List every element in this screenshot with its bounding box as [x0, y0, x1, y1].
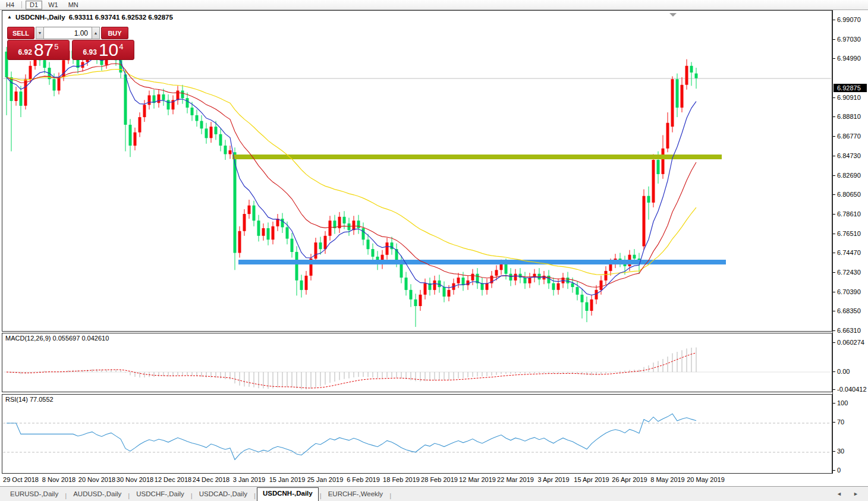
timeframe-toolbar: H4D1W1MN — [0, 0, 868, 10]
toolbar-separator — [21, 1, 22, 8]
date-axis-label: 22 Mar 2019 — [497, 476, 534, 483]
indicator-axis-tick: 100 — [837, 399, 848, 407]
tab-separator: | — [319, 490, 323, 501]
indicator-axis-tick: 70 — [837, 418, 844, 426]
price-axis-tick: 6.90910 — [837, 94, 861, 101]
rsi-indicator-panel[interactable]: RSI(14) 77.0552 — [2, 394, 832, 474]
sell-price-sup: 5 — [54, 42, 58, 51]
date-axis-label: 29 Oct 2018 — [3, 476, 39, 483]
tab-usdchf-daily[interactable]: USDCHF-,Daily — [131, 489, 190, 501]
timeframe-button-d1[interactable]: D1 — [26, 1, 42, 10]
macd-label: MACD(12,26,9) 0.055697 0.042610 — [5, 335, 109, 342]
candles-group — [5, 41, 698, 327]
price-axis-tick: 6.82690 — [837, 172, 861, 179]
indicator-axis-tick: 30 — [837, 448, 844, 455]
price-axis-tick: 6.88810 — [837, 113, 861, 120]
date-axis-label: 26 Apr 2019 — [612, 476, 647, 483]
price-axis-tick: 6.72430 — [837, 269, 861, 276]
buy-price-sup: 4 — [119, 42, 123, 51]
price-axis-tick: 6.68350 — [837, 307, 861, 314]
date-axis-label: 15 Jan 2019 — [269, 476, 306, 483]
price-axis-tick: 6.97030 — [837, 36, 861, 43]
date-axis-label: 12 Dec 2018 — [155, 476, 191, 483]
chart-tab-bar: EURUSD-,Daily|AUDUSD-,Daily|USDCHF-,Dail… — [0, 486, 868, 501]
price-axis-tick: 6.70390 — [837, 288, 861, 295]
tab-audusd-daily[interactable]: AUDUSD-,Daily — [68, 489, 127, 501]
date-axis-label: 18 Feb 2019 — [383, 476, 420, 483]
collapse-icon[interactable]: ▲ — [7, 14, 12, 20]
price-axis-tick: 6.94990 — [837, 55, 861, 62]
price-axis-tick: 6.66310 — [837, 327, 861, 334]
price-axis[interactable]: 6.92875 6.990706.970306.949906.909106.88… — [832, 10, 868, 474]
timeframe-button-mn[interactable]: MN — [64, 1, 83, 10]
rsi-label: RSI(14) 77.0552 — [5, 396, 54, 403]
indicator-axis-tick: 0.060274 — [837, 339, 864, 346]
timeframe-button-w1[interactable]: W1 — [44, 1, 62, 10]
buy-button[interactable]: BUY — [101, 27, 128, 39]
tab-separator: | — [127, 490, 131, 501]
price-axis-tick: 6.86770 — [837, 133, 861, 140]
chart-header: ▲ USDCNH-,Daily 6.93311 6.93741 6.92532 … — [7, 14, 173, 21]
price-axis-tick: 6.76510 — [837, 230, 861, 237]
tab-usdcnh-daily[interactable]: USDCNH-,Daily — [257, 487, 319, 501]
price-axis-tick: 6.84730 — [837, 152, 861, 159]
resistance-line — [232, 155, 722, 159]
tab-eurchf-weekly[interactable]: EURCHF-,Weekly — [323, 489, 388, 501]
date-axis-label: 12 Mar 2019 — [459, 476, 496, 483]
current-price-tag: 6.92875 — [834, 84, 867, 92]
date-axis-label: 20 Nov 2018 — [78, 476, 115, 483]
tab-usdcad-daily[interactable]: USDCAD-,Daily — [194, 489, 253, 501]
price-axis-tick: 6.80650 — [837, 191, 861, 198]
sell-price-tile[interactable]: 6.92 87 5 — [7, 40, 70, 60]
macd-histogram — [7, 348, 696, 390]
date-axis-label: 30 Nov 2018 — [117, 476, 153, 483]
sell-price-prefix: 6.92 — [18, 48, 32, 56]
indicator-axis-tick: 0.00 — [837, 368, 850, 375]
sell-button[interactable]: SELL — [7, 27, 34, 39]
tab-scroll-right-icon[interactable]: ► — [853, 491, 858, 497]
date-axis-label: 24 Dec 2018 — [193, 476, 229, 483]
price-axis-tick: 6.99070 — [837, 16, 861, 23]
date-axis-label: 6 Feb 2019 — [347, 476, 380, 483]
date-axis-label: 8 May 2019 — [650, 476, 684, 483]
one-click-trade-widget: SELL ▼ ▲ BUY 6.92 87 5 6.93 10 4 — [7, 27, 135, 60]
main-chart-panel[interactable]: ▲ USDCNH-,Daily 6.93311 6.93741 6.92532 … — [2, 10, 832, 332]
buy-price-prefix: 6.93 — [83, 48, 97, 56]
sell-price-big: 87 — [34, 41, 54, 59]
volume-increase-button[interactable]: ▲ — [92, 27, 100, 39]
chart-symbol-label: USDCNH-,Daily — [15, 14, 65, 21]
macd-indicator-panel[interactable]: MACD(12,26,9) 0.055697 0.042610 — [2, 333, 832, 392]
tab-separator: | — [190, 490, 194, 501]
buy-price-tile[interactable]: 6.93 10 4 — [72, 40, 134, 60]
date-axis-label: 3 Jan 2019 — [233, 476, 265, 483]
date-axis-label: 15 Apr 2019 — [574, 476, 609, 483]
date-axis-label: 8 Nov 2018 — [42, 476, 76, 483]
moving-averages-group — [7, 57, 696, 295]
date-axis-label: 28 Feb 2019 — [421, 476, 458, 483]
date-axis-label: 20 May 2019 — [687, 476, 725, 483]
tab-scroll-left-icon[interactable]: ◄ — [836, 491, 842, 497]
terminal-window: H4D1W1MN ▲ USDCNH-,Daily 6.93311 6.93741… — [0, 0, 868, 501]
buy-price-big: 10 — [99, 41, 118, 59]
macd-chart — [2, 333, 832, 392]
tab-separator: | — [253, 490, 257, 501]
timeframe-button-h4[interactable]: H4 — [2, 1, 18, 10]
chart-ohlc-values: 6.93311 6.93741 6.92532 6.92875 — [69, 14, 173, 21]
price-axis-tick: 6.74470 — [837, 249, 861, 256]
scroll-anchor-marker — [669, 13, 677, 17]
indicator-axis-tick: 0 — [837, 467, 841, 474]
volume-input[interactable] — [44, 27, 92, 39]
volume-decrease-button[interactable]: ▼ — [36, 27, 44, 39]
tab-separator: | — [64, 490, 68, 501]
date-axis-label: 25 Jan 2019 — [307, 476, 344, 483]
price-axis-tick: 6.78610 — [837, 210, 861, 218]
date-axis-label: 3 Apr 2019 — [537, 476, 569, 483]
indicator-axis-tick: -0.040412 — [837, 386, 867, 393]
tab-eurusd-daily[interactable]: EURUSD-,Daily — [5, 489, 64, 501]
rsi-chart — [2, 395, 832, 473]
date-axis[interactable]: 29 Oct 20188 Nov 201820 Nov 201830 Nov 2… — [2, 474, 832, 486]
tab-separator: | — [388, 490, 392, 501]
